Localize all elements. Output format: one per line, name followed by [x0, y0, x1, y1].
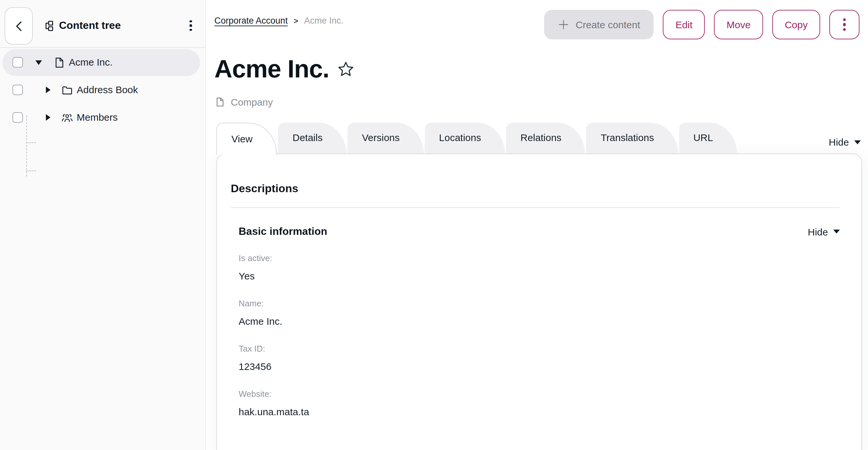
- chevron-down-icon: [833, 230, 840, 234]
- field-value: Yes: [239, 270, 840, 281]
- create-content-button[interactable]: Create content: [544, 10, 654, 39]
- tab-view[interactable]: View: [216, 123, 277, 155]
- tree-item-members[interactable]: Members: [3, 104, 200, 131]
- file-icon: [54, 57, 65, 68]
- content-tree-icon: [42, 20, 54, 31]
- section-title: Descriptions: [231, 182, 840, 196]
- more-actions-button[interactable]: [829, 10, 860, 39]
- tree-guide-line: [26, 142, 36, 143]
- field-value: Acme Inc.: [239, 316, 840, 327]
- content-tree-sidebar: Content tree Acme Inc.: [0, 0, 206, 450]
- sidebar-title-label: Content tree: [59, 20, 121, 31]
- field-value: 123456: [239, 361, 840, 372]
- tree-item-checkbox[interactable]: [12, 57, 23, 67]
- content-tree: Acme Inc. Address Book: [0, 48, 205, 131]
- content-tree-header: Content tree: [0, 0, 205, 48]
- page-title-row: Acme Inc.: [214, 55, 355, 83]
- hide-group-toggle[interactable]: Hide: [808, 226, 840, 237]
- main-content: Corporate Account > Acme Inc. Create con…: [206, 0, 868, 450]
- field-tax-id: Tax ID: 123456: [239, 344, 840, 372]
- section-divider: [231, 207, 840, 208]
- tree-item-label[interactable]: Acme Inc.: [69, 56, 113, 67]
- tree-item-label[interactable]: Members: [77, 112, 118, 123]
- content-type-row: Company: [215, 96, 273, 108]
- breadcrumb-current: Acme Inc.: [304, 16, 344, 26]
- plus-icon: [558, 19, 569, 30]
- tab-locations[interactable]: Locations: [425, 123, 504, 153]
- field-value: hak.una.mata.ta: [239, 406, 840, 417]
- field-label: Website:: [239, 389, 840, 399]
- group-title: Basic information: [239, 226, 327, 237]
- copy-button[interactable]: Copy: [772, 10, 820, 39]
- field-list: Is active: Yes Name: Acme Inc. Tax ID: 1…: [239, 253, 840, 417]
- folder-icon: [62, 85, 73, 96]
- caret-right-icon[interactable]: [46, 114, 51, 121]
- users-icon: [62, 112, 73, 123]
- tab-versions[interactable]: Versions: [347, 123, 423, 153]
- collapse-sidebar-button[interactable]: [5, 7, 33, 44]
- tree-item-address-book[interactable]: Address Book: [3, 77, 200, 103]
- field-website: Website: hak.una.mata.ta: [239, 389, 840, 417]
- tree-item-checkbox[interactable]: [12, 85, 23, 95]
- breadcrumb: Corporate Account > Acme Inc.: [214, 16, 344, 26]
- app-window: Content tree Acme Inc.: [0, 0, 868, 450]
- field-is-active: Is active: Yes: [239, 253, 840, 281]
- caret-down-icon[interactable]: [35, 60, 42, 65]
- tree-item-acme-inc[interactable]: Acme Inc.: [3, 49, 200, 76]
- file-icon: [215, 97, 225, 107]
- breadcrumb-link[interactable]: Corporate Account: [214, 16, 288, 26]
- chevron-left-icon: [13, 19, 25, 32]
- caret-right-icon[interactable]: [46, 87, 51, 93]
- tab-relations[interactable]: Relations: [506, 123, 585, 153]
- star-icon[interactable]: [337, 60, 355, 78]
- tabs: View Details Versions Locations Relation…: [216, 123, 862, 153]
- chevron-down-icon: [854, 140, 861, 144]
- sidebar-title: Content tree: [42, 20, 121, 31]
- tree-item-label[interactable]: Address Book: [77, 84, 138, 95]
- tabs-area: View Details Versions Locations Relation…: [216, 123, 862, 450]
- view-panel: Descriptions Basic information Hide Is a…: [216, 153, 862, 450]
- tab-url[interactable]: URL: [679, 123, 737, 153]
- tab-details[interactable]: Details: [278, 123, 346, 153]
- hide-tabs-toggle[interactable]: Hide: [829, 137, 861, 148]
- content-type-label: Company: [231, 96, 273, 108]
- field-label: Name:: [239, 298, 840, 308]
- field-label: Tax ID:: [239, 344, 840, 354]
- tree-options-button[interactable]: [186, 15, 196, 36]
- page-title: Acme Inc.: [214, 55, 329, 83]
- basic-information-group: Basic information Hide Is active: Yes Na…: [231, 226, 840, 417]
- action-buttons: Create content Edit Move Copy: [544, 10, 860, 39]
- field-name: Name: Acme Inc.: [239, 298, 840, 327]
- tab-translations[interactable]: Translations: [586, 123, 678, 153]
- move-button[interactable]: Move: [714, 10, 763, 39]
- field-label: Is active:: [239, 253, 840, 263]
- tree-item-checkbox[interactable]: [12, 112, 23, 123]
- edit-button[interactable]: Edit: [663, 10, 705, 39]
- breadcrumb-separator: >: [294, 16, 298, 25]
- tree-guide-line: [26, 171, 36, 171]
